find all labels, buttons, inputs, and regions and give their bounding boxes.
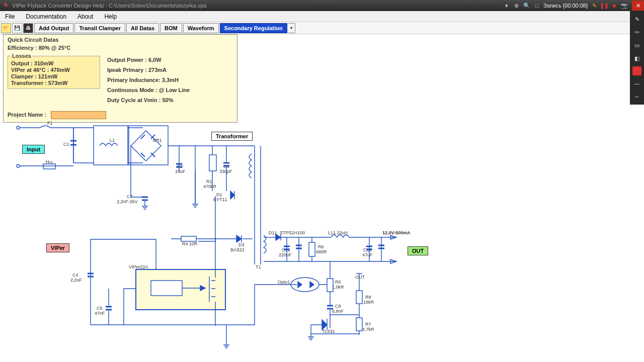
svg-rect-9: [356, 291, 362, 304]
title-bar: ✎ VIPer Flyback Converter Design Help : …: [0, 0, 644, 11]
loss-clamper: Clamper : 121mW: [11, 73, 97, 79]
print-icon[interactable]: 🖶: [23, 23, 33, 33]
all-datas-button[interactable]: All Datas: [126, 23, 159, 33]
sidebar-eraser-icon[interactable]: ◧: [632, 53, 642, 63]
svg-rect-6: [309, 242, 315, 256]
loss-output: Output : 310mW: [11, 60, 97, 66]
app-icon: ✎: [3, 2, 10, 9]
rec-down-icon[interactable]: ▾: [503, 2, 510, 9]
rec-screen-icon[interactable]: □: [533, 2, 540, 9]
schematic-canvas: Input VIPer Transformer OUT F1 Th1 C1 L1…: [0, 116, 503, 362]
menu-bar: File Documentation About Help: [0, 11, 644, 22]
rec-camera-icon[interactable]: 📷: [621, 2, 628, 9]
primary-inductance: Primary Inductance: 3,3mH: [107, 77, 190, 83]
sidebar-pencil-icon[interactable]: ✎: [632, 14, 642, 24]
transil-clamper-button[interactable]: Transil Clamper: [74, 23, 125, 33]
save-icon[interactable]: 💾: [12, 23, 22, 33]
schematic-svg: [0, 116, 503, 362]
quick-header: Quick Circuit Datas: [8, 37, 233, 43]
svg-point-1: [17, 164, 20, 167]
rec-expand-icon[interactable]: ⊕: [513, 2, 520, 9]
toolbar: 📂 💾 🖶 Add Output Transil Clamper All Dat…: [0, 22, 644, 34]
window-close-button[interactable]: ✕: [632, 1, 644, 11]
svg-rect-2: [43, 164, 55, 169]
rec-timer: Запись [00:00:08]: [543, 3, 588, 9]
rec-pause-icon[interactable]: ❚❚: [601, 2, 608, 9]
loss-transformer: Transformer : 573mW: [11, 80, 97, 86]
svg-rect-3: [94, 126, 128, 165]
svg-rect-8: [327, 279, 333, 292]
ipeak-primary: Ipeak Primary : 273mA: [107, 67, 190, 73]
secondary-regulation-dropdown[interactable]: ▾: [288, 23, 295, 33]
bom-button[interactable]: BOM: [160, 23, 182, 33]
window-title: VIPer Flyback Converter Design Help : C:…: [12, 3, 206, 9]
menu-file[interactable]: File: [3, 12, 17, 21]
loss-viper: VIPer at 46°C : 470mW: [11, 67, 97, 73]
menu-help[interactable]: Help: [102, 12, 119, 21]
rec-search-icon[interactable]: 🔍: [523, 2, 530, 9]
svg-rect-13: [151, 281, 182, 296]
rec-stop-icon[interactable]: ■: [611, 2, 618, 9]
secondary-regulation-button[interactable]: Secondary Regulation: [220, 23, 287, 33]
svg-point-0: [17, 126, 20, 129]
sidebar-arrows-icon[interactable]: ↔: [632, 92, 642, 102]
losses-legend: Losses: [11, 53, 32, 59]
svg-rect-11: [181, 236, 196, 241]
add-output-button[interactable]: Add Output: [34, 23, 73, 33]
rec-pencil-icon[interactable]: ✎: [591, 2, 598, 9]
sidebar-color-red[interactable]: [632, 66, 641, 75]
sidebar-rect-icon[interactable]: ▭: [632, 40, 642, 50]
svg-rect-4: [129, 126, 168, 165]
waveform-button[interactable]: Waveform: [183, 23, 219, 33]
svg-rect-10: [356, 318, 362, 331]
continuous-mode: Continuous Mode : @ Low Line: [107, 87, 190, 93]
efficiency-value: Efficiency : 80% @ 25°C: [8, 45, 233, 51]
open-icon[interactable]: 📂: [1, 23, 11, 33]
output-power: Output Power : 6,0W: [107, 57, 190, 63]
sidebar-marker-icon[interactable]: ✏: [632, 27, 642, 37]
menu-about[interactable]: About: [75, 12, 95, 21]
recorder-toolbar: ▾ ⊕ 🔍 □ Запись [00:00:08] ✎ ❚❚ ■ 📷: [499, 2, 632, 9]
svg-rect-5: [209, 155, 216, 171]
menu-documentation[interactable]: Documentation: [24, 12, 68, 21]
quick-circuit-datas-panel: Quick Circuit Datas Efficiency : 80% @ 2…: [3, 34, 237, 123]
recorder-sidebar: ✎ ✏ ▭ ◧ — ↔: [630, 11, 644, 105]
duty-cycle: Duty Cycle at Vmin : 50%: [107, 97, 190, 103]
sidebar-minus-icon[interactable]: —: [632, 78, 642, 88]
losses-fieldset: Losses Output : 310mW VIPer at 46°C : 47…: [8, 53, 100, 89]
